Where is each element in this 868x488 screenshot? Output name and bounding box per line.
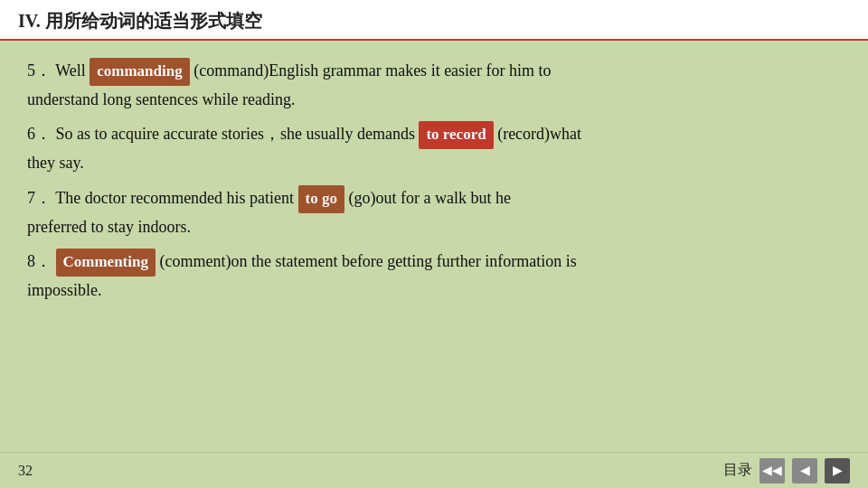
s5-highlight: commanding — [90, 58, 189, 86]
s8-highlight: Commenting — [56, 249, 156, 277]
sentence-8-block: 8． Commenting (comment)on the statement … — [27, 248, 841, 304]
s6-middle: (record)what — [494, 125, 581, 143]
s7-highlight: to go — [298, 185, 344, 213]
sentence-5-block: 5． Well commanding (command)English gram… — [27, 57, 841, 113]
sentence-7-cont: preferred to stay indoors. — [27, 218, 191, 236]
s6-prefix: So as to acquire accurate stories，she us… — [56, 125, 420, 143]
nav-prev-prev-button[interactable]: ◀◀ — [760, 458, 785, 483]
nav-next-button[interactable]: ▶ — [825, 458, 850, 483]
sentence-7: 7． The doctor recommended his patient to… — [27, 189, 511, 207]
sentence-7-block: 7． The doctor recommended his patient to… — [27, 184, 841, 240]
sentence-6-block: 6． So as to acquire accurate stories，she… — [27, 120, 841, 176]
sentence-5-cont: understand long sentences while reading. — [27, 90, 295, 108]
s6-number: 6． — [27, 125, 52, 143]
s7-prefix: The doctor recommended his patient — [55, 189, 297, 207]
sentence-8: 8． Commenting (comment)on the statement … — [27, 252, 577, 270]
sentence-8-cont: impossible. — [27, 281, 102, 299]
nav-prev-button[interactable]: ◀ — [792, 458, 817, 483]
footer-bar: 32 目录 ◀◀ ◀ ▶ — [0, 452, 868, 488]
s7-middle: (go)out for a walk but he — [344, 189, 511, 207]
s6-highlight: to record — [419, 121, 493, 149]
s5-prefix: Well — [55, 61, 90, 80]
s5-middle: (command)English grammar makes it easier… — [190, 61, 552, 80]
page-number: 32 — [18, 463, 33, 479]
content-area: 5． Well commanding (command)English gram… — [0, 41, 868, 452]
footer-nav: 目录 ◀◀ ◀ ▶ — [723, 458, 850, 483]
title-bar: IV. 用所给动词的适当形式填空 — [0, 0, 868, 41]
s5-number: 5． — [27, 61, 52, 80]
s8-number: 8． — [27, 252, 52, 270]
sentence-5: 5． Well commanding (command)English gram… — [27, 61, 552, 80]
sentence-6: 6． So as to acquire accurate stories，she… — [27, 125, 581, 143]
page-title: IV. 用所给动词的适当形式填空 — [18, 11, 262, 31]
s8-middle: (comment)on the statement before getting… — [156, 252, 577, 270]
sentence-6-cont: they say. — [27, 154, 84, 172]
toc-link[interactable]: 目录 — [723, 461, 752, 480]
page-container: IV. 用所给动词的适当形式填空 5． Well commanding (com… — [0, 0, 868, 488]
s7-number: 7． — [27, 189, 52, 207]
